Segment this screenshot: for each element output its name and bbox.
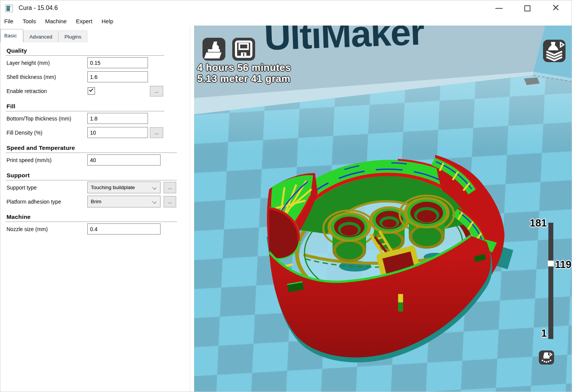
section-support: SupportSupport typeTouching buildplate..…: [0, 172, 190, 209]
menu-file[interactable]: File: [4, 16, 13, 26]
cura-app-icon: [5, 5, 13, 12]
more-button-fill-density[interactable]: ...: [150, 127, 163, 138]
section-quality: QualityLayer height (mm)Shell thickness …: [0, 47, 190, 98]
input-layer-height-mm[interactable]: [87, 57, 148, 68]
bottom-right-button[interactable]: [539, 350, 554, 365]
layers-view-icon: [543, 40, 566, 62]
label-platform-adhesion-type: Platform adhesion type: [6, 199, 61, 205]
input-nozzle-size-mm[interactable]: [87, 223, 161, 235]
load-model-button[interactable]: [202, 38, 225, 61]
tab-plugins[interactable]: Plugins: [58, 31, 87, 42]
menu-expert[interactable]: Expert: [76, 16, 92, 26]
maximize-button[interactable]: [514, 0, 543, 16]
menu-help[interactable]: Help: [101, 16, 113, 26]
menu-bar: FileToolsMachineExpertHelp: [0, 16, 572, 26]
input-fill-density[interactable]: [87, 127, 148, 138]
open-file-icon: [202, 38, 225, 61]
row-fill-density: Fill Density (%)...: [0, 125, 190, 140]
tab-basic[interactable]: Basic: [0, 29, 23, 42]
row-layer-height-mm: Layer height (mm): [0, 56, 190, 70]
maximize-icon: [524, 5, 530, 11]
layer-max-label: 181: [530, 217, 547, 229]
print-time-estimate: 4 hours 56 minutes: [197, 62, 291, 74]
checkmark-icon: [89, 87, 93, 92]
section-title-quality: Quality: [6, 47, 190, 54]
select-platform-adhesion-type[interactable]: Brim: [87, 196, 161, 207]
layer-slider-handle[interactable]: [548, 260, 554, 267]
section-title-fill: Fill: [6, 103, 190, 110]
row-nozzle-size-mm: Nozzle size (mm): [0, 222, 190, 236]
layer-min-label: 1: [541, 328, 547, 339]
label-fill-density: Fill Density (%): [6, 130, 42, 136]
ultimaker-logo: UltiMaker: [264, 26, 425, 58]
section-title-support: Support: [6, 172, 190, 179]
menu-machine[interactable]: Machine: [45, 16, 67, 26]
label-print-speed-mm-s: Print speed (mm/s): [6, 157, 51, 163]
window-title: Cura - 15.04.6: [19, 5, 58, 11]
save-icon: [232, 38, 255, 61]
settings-panel: BasicAdvancedPlugins QualityLayer height…: [0, 26, 194, 392]
select-value: Brim: [91, 199, 101, 204]
view-mode-button[interactable]: [543, 40, 566, 62]
close-button[interactable]: ✕: [543, 0, 572, 16]
menu-tools[interactable]: Tools: [22, 16, 36, 26]
row-enable-retraction: Enable retraction...: [0, 84, 190, 98]
row-shell-thickness-mm: Shell thickness (mm): [0, 70, 190, 84]
chevron-down-icon: [152, 185, 156, 190]
section-machine: MachineNozzle size (mm): [0, 214, 190, 236]
section-title-speed-and-temperature: Speed and Temperature: [6, 145, 190, 151]
label-nozzle-size-mm: Nozzle size (mm): [6, 226, 48, 232]
select-value: Touching buildplate: [91, 185, 135, 190]
section-fill: FillBottom/Top thickness (mm)Fill Densit…: [0, 103, 190, 140]
select-support-type[interactable]: Touching buildplate: [87, 182, 161, 193]
title-bar: Cura - 15.04.6 ✕: [0, 0, 572, 16]
layer-slider[interactable]: [548, 223, 553, 339]
more-button-support-type[interactable]: ...: [164, 182, 176, 193]
label-layer-height-mm: Layer height (mm): [6, 60, 50, 66]
label-bottom-top-thickness-mm: Bottom/Top thickness (mm): [6, 116, 71, 122]
row-bottom-top-thickness-mm: Bottom/Top thickness (mm): [0, 111, 190, 125]
save-toolpath-button[interactable]: [232, 38, 255, 61]
layer-current-label: 119: [555, 259, 572, 271]
settings-tabs: BasicAdvancedPlugins: [0, 29, 87, 42]
basic-settings: QualityLayer height (mm)Shell thickness …: [0, 42, 190, 392]
row-print-speed-mm-s: Print speed (mm/s): [0, 153, 190, 167]
input-bottom-top-thickness-mm[interactable]: [87, 113, 148, 124]
label-support-type: Support type: [6, 185, 37, 191]
panel-divider: [190, 26, 190, 392]
label-enable-retraction: Enable retraction: [6, 88, 47, 94]
close-icon: ✕: [552, 2, 560, 13]
input-shell-thickness-mm[interactable]: [87, 71, 148, 82]
material-estimate: 5.13 meter 41 gram: [197, 73, 291, 85]
section-speed-and-temperature: Speed and TemperaturePrint speed (mm/s): [0, 145, 190, 167]
section-title-machine: Machine: [6, 214, 190, 220]
tab-advanced[interactable]: Advanced: [23, 31, 58, 42]
label-shell-thickness-mm: Shell thickness (mm): [6, 74, 56, 80]
more-button-enable-retraction[interactable]: ...: [150, 86, 163, 96]
flask-layers-icon: [539, 350, 554, 365]
input-print-speed-mm-s[interactable]: [87, 154, 161, 165]
viewport-3d[interactable]: UltiMaker: [194, 26, 572, 392]
row-platform-adhesion-type: Platform adhesion typeBrim...: [0, 194, 190, 209]
minimize-icon: [495, 8, 503, 9]
checkbox-enable-retraction[interactable]: [88, 87, 95, 95]
minimize-button[interactable]: [485, 0, 514, 16]
chevron-down-icon: [152, 199, 156, 204]
more-button-platform-adhesion-type[interactable]: ...: [164, 196, 176, 207]
app-window: Cura - 15.04.6 ✕ FileToolsMachineExpertH…: [0, 0, 572, 392]
row-support-type: Support typeTouching buildplate...: [0, 180, 190, 194]
